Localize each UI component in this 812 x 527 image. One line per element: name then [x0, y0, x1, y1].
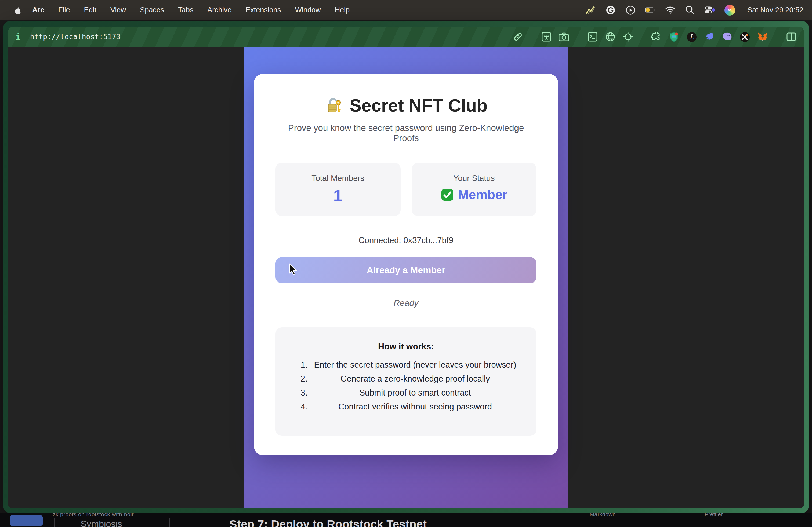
loop-icon[interactable]: ∞ — [724, 4, 735, 15]
menu-help[interactable]: Help — [335, 6, 350, 14]
menu-file[interactable]: File — [58, 6, 70, 14]
toolbar-extensions-area: L — [512, 31, 796, 42]
menu-archive[interactable]: Archive — [207, 6, 231, 14]
your-status-value: Member — [412, 187, 536, 202]
lock-with-key-emoji-icon — [324, 96, 343, 115]
stats-row: Total Members 1 Your Status Member — [276, 163, 536, 216]
menubar-status-area: ∞ Sat Nov 29 20:52 — [585, 4, 803, 15]
arc-browser-window: i http://localhost:5173 — [3, 21, 809, 513]
menu-spaces[interactable]: Spaces — [140, 6, 164, 14]
apple-icon — [12, 5, 21, 15]
background-doc-heading: Step 7: Deploy to Rootstock Testnet — [229, 518, 427, 527]
menu-tabs[interactable]: Tabs — [178, 6, 193, 14]
how-step-2: Generate a zero-knowledge proof locally — [310, 375, 520, 383]
how-it-works-box: How it works: Enter the secret password … — [276, 327, 536, 436]
rabby-wallet-icon[interactable] — [704, 31, 715, 42]
total-members-value: 1 — [276, 186, 400, 206]
toolbar-divider — [578, 32, 578, 42]
stocks-icon[interactable] — [585, 4, 596, 15]
menu-arc[interactable]: Arc — [32, 6, 44, 14]
wifi-icon[interactable] — [665, 4, 675, 15]
connected-wallet-address: Connected: 0x37cb...7bf9 — [276, 236, 536, 245]
page-background-gradient: Secret NFT Club Prove you know the secre… — [244, 47, 568, 508]
toolbar-divider — [532, 32, 532, 42]
background-blue-tab — [10, 515, 43, 526]
secret-nft-club-card: Secret NFT Club Prove you know the secre… — [254, 74, 558, 455]
how-step-3: Submit proof to smart contract — [310, 389, 520, 397]
member-status-text: Member — [458, 187, 507, 202]
metamask-icon[interactable] — [757, 31, 768, 42]
desktop: Arc File Edit View Spaces Tabs Archive E… — [0, 0, 812, 527]
extensions-puzzle-icon[interactable] — [651, 31, 662, 42]
play-icon[interactable] — [625, 4, 636, 15]
battery-icon[interactable] — [645, 4, 655, 15]
phantom-wallet-icon[interactable] — [722, 31, 733, 42]
your-status-box: Your Status Member — [412, 163, 536, 216]
how-step-1: Enter the secret password (never leaves … — [310, 361, 520, 369]
page-title-text: Secret NFT Club — [350, 95, 487, 116]
background-prettier-label: Prettier — [705, 513, 723, 517]
screenshot-image-icon[interactable] — [541, 31, 552, 42]
total-members-box: Total Members 1 — [276, 163, 400, 216]
menu-edit[interactable]: Edit — [84, 6, 97, 14]
how-step-4: Contract verifies without seeing passwor… — [310, 403, 520, 411]
page-subtitle: Prove you know the secret password using… — [276, 123, 536, 143]
toolbar-divider — [642, 32, 642, 42]
terminal-icon[interactable] — [587, 31, 598, 42]
svg-text:L: L — [690, 33, 694, 41]
macos-menubar: Arc File Edit View Spaces Tabs Archive E… — [0, 0, 812, 20]
mouse-cursor — [287, 264, 299, 276]
x-app-icon[interactable] — [740, 31, 750, 42]
already-a-member-button[interactable]: Already a Member — [276, 257, 536, 283]
grammarly-icon[interactable] — [605, 4, 616, 15]
background-divider — [54, 518, 55, 527]
background-divider — [169, 518, 170, 527]
background-editor-window[interactable]: zk proofs on rootstock with noir Markdow… — [0, 513, 812, 527]
apple-menu[interactable] — [9, 5, 25, 15]
privacy-shield-icon[interactable] — [669, 31, 679, 42]
browser-toolbar: i http://localhost:5173 — [8, 27, 804, 47]
background-markdown-label: Markdown — [590, 513, 616, 517]
site-info-icon[interactable]: i — [16, 32, 20, 42]
toolbar-divider — [777, 32, 777, 42]
check-mark-emoji-icon — [441, 189, 453, 201]
menu-items: Arc File Edit View Spaces Tabs Archive E… — [32, 6, 350, 14]
menu-extensions[interactable]: Extensions — [245, 6, 281, 14]
status-text: Ready — [276, 298, 536, 308]
camera-icon[interactable] — [559, 31, 569, 42]
total-members-label: Total Members — [276, 174, 400, 182]
your-status-label: Your Status — [412, 174, 536, 182]
background-tab-title: zk proofs on rootstock with noir — [53, 513, 134, 517]
copy-link-icon[interactable] — [512, 31, 523, 42]
how-it-works-list: Enter the secret password (never leaves … — [292, 361, 520, 411]
target-picker-icon[interactable] — [622, 31, 633, 42]
address-bar[interactable]: http://localhost:5173 — [30, 33, 120, 41]
menu-view[interactable]: View — [110, 6, 126, 14]
globe-icon[interactable] — [605, 31, 615, 42]
background-doc-tab: Symbiosis — [81, 519, 122, 527]
how-it-works-heading: How it works: — [292, 342, 520, 351]
script-l-icon[interactable]: L — [686, 31, 697, 42]
menubar-clock[interactable]: Sat Nov 29 20:52 — [747, 6, 803, 14]
menu-window[interactable]: Window — [295, 6, 321, 14]
split-view-icon[interactable] — [786, 31, 796, 42]
spotlight-search-icon[interactable] — [684, 4, 695, 15]
browser-viewport: Secret NFT Club Prove you know the secre… — [8, 47, 804, 508]
control-center-icon[interactable] — [704, 4, 715, 15]
page-title: Secret NFT Club — [276, 95, 536, 116]
